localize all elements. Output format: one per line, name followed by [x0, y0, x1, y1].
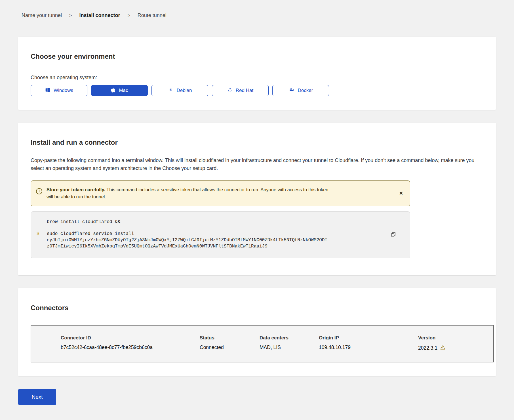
version-value: 2022.3.1 — [418, 345, 437, 351]
column-header-status: Status — [200, 335, 260, 341]
os-button-mac[interactable]: Mac — [91, 85, 148, 96]
data-centers-value: MAD, LIS — [260, 345, 319, 352]
connectors-table: Connector ID Status Data centers Origin … — [31, 325, 494, 362]
redhat-linux-penguin-icon — [227, 87, 233, 94]
os-button-label: Red Hat — [236, 88, 253, 93]
command-line-2: $ sudo cloudflared service install eyJhI… — [37, 231, 410, 249]
token-warning-banner: Store your token carefully. This command… — [31, 180, 410, 206]
os-select-label: Choose an operating system: — [31, 75, 483, 81]
next-button[interactable]: Next — [18, 389, 56, 405]
connector-id-value: b7c52c42-6caa-48ee-8c77-fbe259cb6c0a — [31, 345, 200, 352]
choose-environment-title: Choose your environment — [31, 52, 483, 60]
breadcrumb-step-route-tunnel: Route tunnel — [138, 12, 167, 18]
install-instructions: Copy-paste the following command into a … — [31, 157, 483, 173]
breadcrumb-step-name-your-tunnel: Name your tunnel — [22, 12, 62, 18]
status-badge: Connected — [200, 345, 260, 352]
os-button-debian[interactable]: Debian — [151, 85, 208, 96]
terminal-command-block: brew install cloudflared && $ sudo cloud… — [31, 211, 410, 258]
os-button-windows[interactable]: Windows — [31, 85, 87, 96]
debian-icon — [168, 87, 174, 94]
install-connector-card: Install and run a connector Copy-paste t… — [18, 123, 496, 275]
token-warning-text: Store your token carefully. This command… — [47, 186, 334, 201]
breadcrumb-separator: > — [127, 13, 130, 18]
install-connector-title: Install and run a connector — [31, 138, 483, 146]
tunnel-setup-page: Name your tunnel > Install connector > R… — [0, 0, 514, 417]
close-icon[interactable]: ✕ — [398, 190, 404, 197]
docker-whale-icon — [288, 87, 295, 94]
column-header-data-centers: Data centers — [260, 335, 319, 341]
breadcrumb-separator: > — [69, 13, 72, 18]
origin-ip-value: 109.48.10.179 — [319, 345, 418, 352]
version-value-wrap: 2022.3.1 — [418, 345, 493, 352]
command-text-install-token: sudo cloudflared service install eyJhIjo… — [47, 231, 328, 249]
warning-triangle-icon — [440, 345, 446, 352]
connectors-title: Connectors — [31, 304, 483, 312]
command-line-1: brew install cloudflared && — [37, 219, 410, 225]
os-button-docker[interactable]: Docker — [272, 85, 329, 96]
os-button-label: Mac — [119, 88, 128, 93]
token-warning-title: Store your token carefully. — [47, 187, 105, 192]
breadcrumb-step-install-connector: Install connector — [79, 12, 120, 18]
prompt-spacer — [37, 219, 47, 225]
command-text-brew: brew install cloudflared && — [47, 219, 123, 225]
os-button-label: Docker — [298, 88, 313, 93]
column-header-version: Version — [418, 335, 493, 341]
warning-circle-icon — [35, 188, 43, 197]
table-row: b7c52c42-6caa-48ee-8c77-fbe259cb6c0a Con… — [31, 345, 493, 352]
copy-icon[interactable] — [390, 231, 397, 239]
column-header-connector-id: Connector ID — [31, 335, 200, 341]
os-button-redhat[interactable]: Red Hat — [212, 85, 269, 96]
connectors-card: Connectors Connector ID Status Data cent… — [18, 288, 496, 376]
apple-icon — [111, 87, 116, 94]
choose-environment-card: Choose your environment Choose an operat… — [18, 37, 496, 110]
breadcrumb: Name your tunnel > Install connector > R… — [22, 12, 496, 18]
os-button-label: Windows — [54, 88, 73, 93]
shell-prompt: $ — [37, 231, 47, 249]
windows-icon — [45, 87, 50, 94]
column-header-origin-ip: Origin IP — [319, 335, 418, 341]
os-button-label: Debian — [177, 88, 192, 93]
table-header-row: Connector ID Status Data centers Origin … — [31, 335, 493, 341]
os-button-group: Windows Mac Debian Red Hat — [31, 85, 483, 96]
